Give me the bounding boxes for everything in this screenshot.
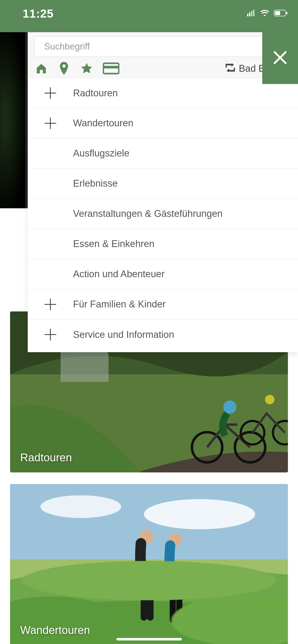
menu-item-wandertouren[interactable]: Wandertouren xyxy=(28,108,298,138)
menu-item-service[interactable]: Service und Information xyxy=(28,319,298,350)
menu-label: Für Familien & Kinder xyxy=(73,299,165,310)
menu-item-essen[interactable]: Essen & Einkehren xyxy=(28,229,298,259)
close-menu-button[interactable] xyxy=(262,32,298,84)
menu-list: Radtouren Wandertouren Ausflugsziele Erl… xyxy=(28,78,298,350)
svg-point-16 xyxy=(144,499,255,529)
svg-rect-23 xyxy=(103,66,119,68)
search-input[interactable] xyxy=(34,36,291,57)
home-indicator[interactable] xyxy=(116,638,182,640)
svg-rect-6 xyxy=(286,12,287,14)
menu-label: Ausflugsziele xyxy=(73,148,129,159)
menu-label: Service und Information xyxy=(73,329,174,340)
svg-rect-5 xyxy=(275,11,280,15)
svg-rect-15 xyxy=(10,484,288,570)
card-wandertouren[interactable]: Wandertouren xyxy=(10,484,288,644)
menu-item-ausflugsziele[interactable]: Ausflugsziele xyxy=(28,138,298,169)
svg-rect-18 xyxy=(10,559,288,580)
svg-rect-3 xyxy=(253,10,254,16)
expand-icon[interactable] xyxy=(45,329,56,340)
menu-item-action[interactable]: Action und Abenteuer xyxy=(28,259,298,289)
svg-rect-2 xyxy=(251,11,252,16)
menu-label: Radtouren xyxy=(73,88,118,99)
menu-panel: Bad Bertrich Radtouren Wandertouren Ausf… xyxy=(28,32,298,352)
status-icons xyxy=(247,10,288,17)
menu-topbar: Bad Bertrich xyxy=(28,32,298,78)
card-label: Radtouren xyxy=(20,451,72,464)
menu-label: Essen & Einkehren xyxy=(73,238,154,249)
search-wrap xyxy=(34,36,291,57)
wifi-icon xyxy=(260,10,269,17)
menu-label: Action und Abenteuer xyxy=(73,269,164,279)
expand-icon[interactable] xyxy=(45,117,56,129)
svg-point-14 xyxy=(265,395,275,404)
menu-label: Wandertouren xyxy=(73,118,133,129)
menu-item-familien[interactable]: Für Familien & Kinder xyxy=(28,289,298,319)
status-time: 11:25 xyxy=(23,7,54,20)
close-icon xyxy=(272,50,288,67)
svg-point-19 xyxy=(139,530,153,544)
quick-icon-row: Bad Bertrich xyxy=(34,61,291,75)
menu-item-radtouren[interactable]: Radtouren xyxy=(28,78,298,108)
svg-point-17 xyxy=(40,495,121,518)
card-icon[interactable] xyxy=(102,61,120,75)
signal-icon xyxy=(247,10,256,17)
svg-point-20 xyxy=(169,533,182,546)
card-label: Wandertouren xyxy=(20,624,90,636)
battery-icon xyxy=(274,10,288,17)
expand-icon[interactable] xyxy=(45,299,56,310)
star-icon[interactable] xyxy=(80,61,94,75)
expand-icon[interactable] xyxy=(45,87,56,99)
status-bar: 11:25 xyxy=(0,0,298,32)
pin-icon[interactable] xyxy=(57,61,71,75)
home-icon[interactable] xyxy=(34,61,48,75)
menu-item-erlebnisse[interactable]: Erlebnisse xyxy=(28,169,298,199)
menu-item-veranstaltungen[interactable]: Veranstaltungen & Gästeführungen xyxy=(28,199,298,229)
svg-point-11 xyxy=(223,400,236,414)
retweet-icon xyxy=(225,63,235,74)
menu-label: Erlebnisse xyxy=(73,178,118,189)
svg-rect-0 xyxy=(247,14,248,16)
card-illustration xyxy=(10,484,288,644)
svg-rect-1 xyxy=(249,12,250,16)
menu-label: Veranstaltungen & Gästeführungen xyxy=(73,208,223,219)
